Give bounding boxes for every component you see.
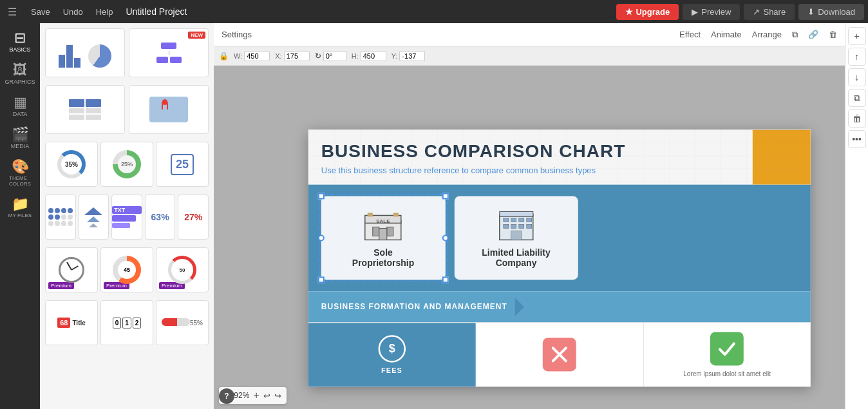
undo-canvas-button[interactable]: ↩: [263, 391, 270, 401]
panel-item-counter-012[interactable]: 0 1 2: [100, 300, 153, 345]
more-options-button[interactable]: •••: [848, 130, 866, 148]
transform-x-input[interactable]: [284, 51, 310, 61]
right-tools: Effect Animate Arrange ⧉ 🔗 🗑: [679, 30, 837, 40]
effect-button[interactable]: Effect: [679, 30, 701, 39]
check-cell: Lorem ipsum dolot sit amet elit: [643, 323, 810, 386]
help-button[interactable]: Help: [90, 0, 120, 23]
svg-rect-14: [527, 218, 532, 222]
lorem-text: Lorem ipsum dolot sit amet elit: [683, 370, 771, 377]
svg-text:$: $: [388, 342, 395, 355]
store-icon: SALE: [363, 207, 404, 242]
project-title: Untitled Project: [119, 6, 193, 17]
redo-canvas-button[interactable]: ↪: [274, 391, 281, 401]
transform-x: X:: [275, 51, 309, 61]
panel-item-gauge-45[interactable]: Premium 45: [100, 247, 153, 292]
help-button[interactable]: ?: [219, 388, 234, 404]
panel-item-clock[interactable]: Premium: [45, 247, 98, 292]
delete-button[interactable]: 🗑: [848, 109, 866, 128]
panel-row-gauges: 35% 25% 25: [45, 142, 209, 187]
svg-rect-5: [387, 227, 393, 236]
download-icon: ⬇: [807, 7, 815, 17]
topbar: ☰ Save Undo Help Untitled Project ★ Upgr…: [0, 0, 868, 23]
handle-br: [442, 276, 448, 283]
sidebar-label-my-files: My Files: [8, 213, 32, 218]
sidebar-item-media[interactable]: 🎬 Media: [0, 122, 40, 155]
panel-row-premium-clocks: Premium Premium 45 Premium 50: [45, 247, 209, 292]
duplicate-button[interactable]: ⧉: [848, 89, 866, 107]
my-files-icon: 📁: [12, 197, 29, 211]
infographic: BUSINESS COMPARISON CHART Use this busin…: [308, 129, 811, 386]
new-badge: NEW: [188, 32, 205, 39]
arrange-button[interactable]: Arrange: [752, 30, 782, 39]
undo-button[interactable]: Undo: [57, 0, 90, 23]
transform-rotation-input[interactable]: [323, 51, 346, 61]
preview-button[interactable]: ▶ Preview: [683, 4, 740, 20]
panel-item-speedometer[interactable]: Premium 50: [156, 247, 209, 292]
sidebar-label-media: Media: [11, 143, 30, 149]
panel-item-pct-27[interactable]: 27%: [178, 195, 209, 240]
upgrade-star-icon: ★: [625, 7, 633, 17]
transform-y-input[interactable]: [399, 51, 425, 61]
delete-element-button[interactable]: 🗑: [829, 30, 837, 39]
sidebar-item-theme-colors[interactable]: 🎨 ThemeColors: [0, 155, 40, 192]
move-down-button[interactable]: ↓: [848, 68, 866, 86]
nav-buttons: Save Undo Help: [24, 0, 119, 23]
building-icon: [496, 207, 537, 242]
panel-item-pct-55[interactable]: 55%: [156, 300, 209, 345]
panel-item-pct-63[interactable]: 63%: [145, 195, 176, 240]
panel-item-txt-bar[interactable]: TXT: [111, 195, 142, 240]
orange-decoration: [753, 129, 811, 184]
upgrade-button[interactable]: ★ Upgrade: [616, 4, 679, 20]
sidebar-item-graphics[interactable]: 🖼 Graphics: [0, 58, 40, 90]
panel-row-2: [45, 85, 209, 134]
settings-title: Settings: [222, 30, 252, 39]
preview-icon: ▶: [692, 7, 698, 17]
download-button[interactable]: ⬇ Download: [798, 4, 864, 20]
transform-bar: 🔒 W: X: ↻ H: Y:: [214, 46, 845, 66]
canvas-wrapper[interactable]: BUSINESS COMPARISON CHART Use this busin…: [214, 66, 845, 409]
x-cell: [476, 323, 643, 386]
transform-h-input[interactable]: [361, 51, 386, 61]
x-icon: [549, 344, 570, 365]
sidebar-item-basics[interactable]: ⊟ Basics: [0, 26, 40, 58]
sidebar-label-basics: Basics: [9, 46, 30, 53]
zoom-in-button[interactable]: +: [253, 390, 259, 401]
add-element-button[interactable]: +: [848, 27, 866, 45]
fees-icon: $: [377, 334, 406, 363]
svg-rect-4: [373, 227, 379, 236]
panel-item-ring-35[interactable]: 35%: [45, 142, 98, 187]
animate-button[interactable]: Animate: [711, 30, 742, 39]
menu-icon[interactable]: ☰: [0, 6, 24, 18]
panel-item-counter-25[interactable]: 25: [156, 142, 209, 187]
panel-item-title-68[interactable]: 68 Title: [45, 300, 98, 345]
card-placeholder-2: [697, 196, 798, 280]
transform-y: Y:: [392, 51, 426, 61]
link-button[interactable]: 🔗: [808, 30, 818, 39]
panel-item-gauge-green[interactable]: 25%: [100, 142, 153, 187]
panel-item-org-chart[interactable]: NEW: [129, 28, 209, 77]
sidebar-item-data[interactable]: ▦ Data: [0, 90, 40, 122]
transform-w-input[interactable]: [244, 51, 270, 61]
share-button[interactable]: ↗ Share: [744, 4, 795, 20]
basics-icon: ⊟: [14, 31, 26, 45]
move-up-button[interactable]: ↑: [848, 48, 866, 66]
panel-item-map[interactable]: [129, 85, 209, 134]
panel-item-dots-grid[interactable]: [45, 195, 76, 240]
save-button[interactable]: Save: [24, 0, 57, 23]
premium-badge: Premium: [48, 282, 74, 289]
card-llc[interactable]: Limited LiabilityCompany: [454, 196, 578, 280]
panel-item-triangles[interactable]: [79, 195, 109, 240]
card-sole-prop[interactable]: SALE SoleProprietorship: [321, 196, 446, 280]
section-header: BUSINESS FORMATION AND MANAGEMENT: [308, 291, 811, 322]
handle-tr: [442, 193, 448, 199]
svg-rect-12: [511, 218, 516, 222]
copy-style-button[interactable]: ⧉: [792, 30, 798, 40]
llc-label: Limited LiabilityCompany: [482, 247, 551, 268]
sidebar-item-my-files[interactable]: 📁 My Files: [0, 192, 40, 224]
panel-item-table[interactable]: [45, 85, 125, 134]
svg-rect-19: [511, 231, 522, 240]
lock-icon: 🔒: [219, 52, 229, 61]
svg-rect-18: [527, 224, 532, 228]
panel-item-bar-pie[interactable]: [45, 28, 125, 77]
sole-prop-label: SoleProprietorship: [352, 247, 414, 268]
